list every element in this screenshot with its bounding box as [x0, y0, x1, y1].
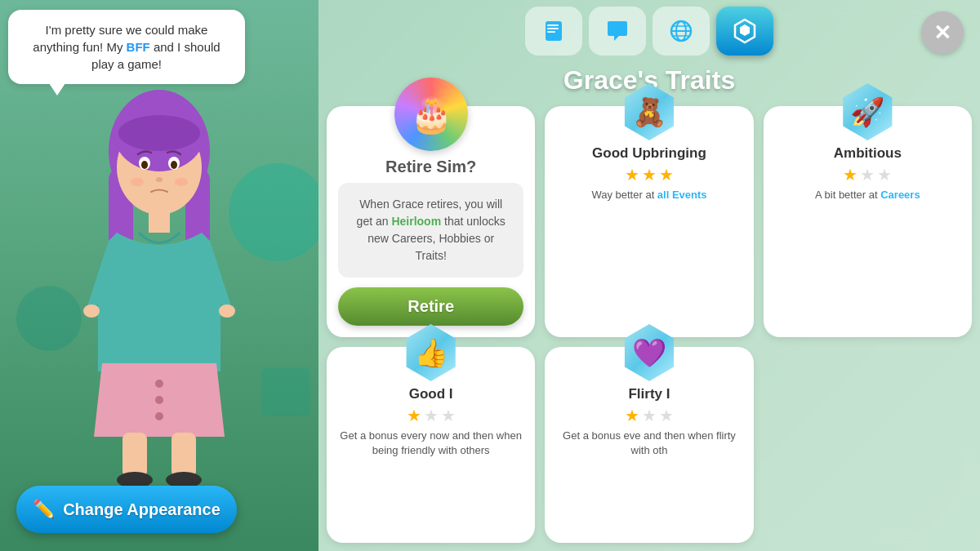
tab-hex[interactable] [716, 7, 773, 56]
ambitious-icon: 🚀 [839, 83, 896, 140]
book-icon [541, 18, 567, 44]
flirty-name: Flirty I [628, 386, 670, 402]
svg-rect-20 [172, 433, 196, 478]
globe-icon [668, 18, 694, 44]
heirloom-text: Heirloom [391, 215, 441, 228]
flirty-desc: Get a bonus eve and then when flirty wit… [556, 429, 742, 458]
ambitious-icon-wrap: 🚀 [839, 83, 896, 140]
change-appearance-label: Change Appearance [63, 500, 220, 519]
tab-bar [525, 7, 773, 56]
chat-icon [604, 18, 630, 44]
svg-point-15 [219, 304, 235, 318]
svg-point-22 [166, 472, 202, 486]
tab-book[interactable] [525, 7, 582, 56]
svg-point-16 [155, 380, 163, 388]
retire-icon-wrap: 🎂 [394, 78, 468, 151]
svg-point-10 [171, 161, 177, 169]
svg-rect-26 [547, 31, 555, 33]
good-upbringing-desc: Way better at all Events [591, 188, 706, 202]
svg-rect-19 [122, 433, 147, 478]
trait-card-flirty: 💜 Flirty I ★ ★ ★ Get a bonus eve and the… [545, 347, 753, 543]
svg-point-11 [156, 177, 163, 182]
ambitious-desc: A bit better at Careers [815, 188, 920, 202]
retire-card: 🎂 Retire Sim? When Grace retires, you wi… [327, 106, 535, 337]
good-upbringing-stars: ★ ★ ★ [625, 165, 674, 184]
good-upbringing-icon-wrap: 🧸 [621, 83, 678, 140]
trait-card-good-upbringing: 🧸 Good Upbringing ★ ★ ★ Way better at al… [545, 106, 753, 337]
retire-icon: 🎂 [394, 78, 468, 151]
tab-globe[interactable] [653, 7, 710, 56]
character-container [0, 12, 318, 486]
good-influence-icon: 👍 [403, 324, 460, 381]
close-button[interactable]: ✕ [921, 11, 964, 54]
svg-rect-24 [547, 24, 559, 26]
tab-chat[interactable] [589, 7, 646, 56]
change-appearance-button[interactable]: ✏️ Change Appearance [16, 486, 237, 533]
svg-point-21 [117, 472, 153, 486]
svg-point-14 [83, 304, 100, 318]
svg-point-17 [155, 396, 163, 404]
flirty-icon-wrap: 💜 [621, 324, 678, 381]
svg-point-13 [175, 178, 188, 186]
retire-title: Retire Sim? [385, 158, 476, 176]
close-icon: ✕ [933, 20, 951, 46]
cards-area: 🎂 Retire Sim? When Grace retires, you wi… [327, 106, 972, 543]
good-influence-stars: ★ ★ ★ [407, 406, 456, 425]
svg-point-9 [141, 161, 148, 169]
hex-icon [732, 18, 758, 44]
character-svg [53, 61, 265, 486]
svg-marker-33 [740, 24, 750, 36]
svg-point-18 [155, 412, 163, 420]
good-upbringing-name: Good Upbringing [592, 145, 706, 162]
change-appearance-icon: ✏️ [33, 499, 55, 520]
svg-point-6 [118, 115, 200, 151]
svg-point-12 [131, 178, 144, 186]
good-influence-desc: Get a bonus every now and then when bein… [338, 429, 523, 458]
trait-card-ambitious: 🚀 Ambitious ★ ★ ★ A bit better at Career… [764, 106, 972, 337]
retire-button[interactable]: Retire [338, 287, 523, 326]
retire-description: When Grace retires, you will get an Heir… [338, 183, 523, 278]
right-panel: ✕ Grace's Traits 🎂 Retire Sim? When Grac… [318, 0, 980, 551]
svg-rect-25 [547, 28, 559, 29]
good-upbringing-icon: 🧸 [621, 83, 678, 140]
flirty-icon: 💜 [621, 324, 678, 381]
good-influence-name: Good I [409, 386, 453, 402]
flirty-stars: ★ ★ ★ [625, 406, 674, 425]
retire-desc-text: When Grace retires, you will get an Heir… [351, 196, 510, 264]
ambitious-name: Ambitious [834, 145, 902, 162]
trait-card-good-influence: 👍 Good I ★ ★ ★ Get a bonus every now and… [327, 347, 535, 543]
left-panel: I'm pretty sure we could make anything f… [0, 0, 318, 551]
ambitious-stars: ★ ★ ★ [843, 165, 892, 184]
good-influence-icon-wrap: 👍 [403, 324, 460, 381]
